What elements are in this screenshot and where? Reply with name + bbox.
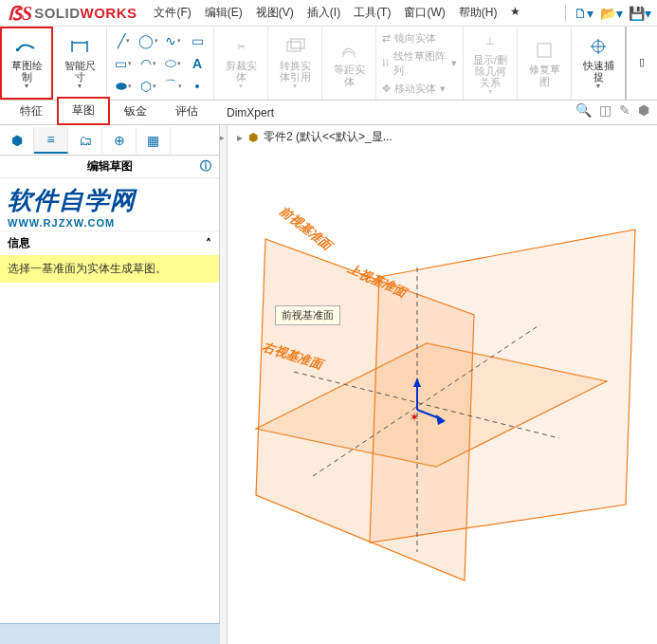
- show-relations-label: 显示/删 除几何 关系: [473, 54, 507, 88]
- spline-tool-icon[interactable]: ∿: [162, 30, 183, 51]
- panel-title: 编辑草图: [87, 158, 133, 175]
- brand-cn: 软件自学网: [8, 184, 211, 217]
- qat-save-icon[interactable]: 💾▾: [629, 3, 651, 24]
- sketch-label: 草图绘 制: [11, 60, 43, 83]
- convert-label: 转换实 体引用: [280, 60, 311, 83]
- trim-button: ✂ 剪裁实 体 ▾: [220, 35, 262, 91]
- qat-open-icon[interactable]: 📂▾: [600, 3, 623, 24]
- svg-rect-0: [16, 48, 19, 51]
- caret-icon: ▾: [25, 83, 28, 91]
- quick-access-toolbar: 🗋▾ 📂▾ 💾▾: [565, 3, 657, 24]
- smart-dimension-button[interactable]: 智能尺 寸 ▾: [59, 35, 100, 91]
- svg-rect-2: [291, 39, 304, 48]
- ribbon-draw-group: ╱ ◯ ∿ ▭ ▭ ◠ ⬭ A ⬬ ⬡ ⌒ •: [107, 27, 214, 100]
- dimension-icon: [66, 35, 93, 58]
- offset-button: 等距实 体: [328, 39, 370, 86]
- panel-tab-dimxpert-icon[interactable]: ⊕: [102, 127, 137, 154]
- fillet-tool-icon[interactable]: ⌒: [162, 76, 183, 97]
- rect-select-icon[interactable]: ▭: [187, 30, 208, 51]
- overflow-icon: ▯: [629, 51, 655, 74]
- mirror-icon: ⇄: [382, 32, 391, 45]
- move-icon: ✥: [382, 83, 391, 95]
- panel-tab-property-icon[interactable]: ≡: [34, 127, 68, 154]
- ribbon-trim-group: ✂ 剪裁实 体 ▾: [214, 27, 268, 100]
- menu-help[interactable]: 帮助(H): [459, 5, 498, 21]
- offset-label: 等距实 体: [334, 64, 365, 86]
- circle-tool-icon[interactable]: ◯: [137, 30, 158, 51]
- sketch-icon: [13, 35, 40, 58]
- brand-block: 软件自学网 WWW.RJZXW.COM: [0, 178, 219, 230]
- slot-tool-icon[interactable]: ⬬: [113, 76, 134, 97]
- ribbon: 草图绘 制 ▾ 智能尺 寸 ▾ ╱ ◯ ∿ ▭ ▭ ◠ ⬭ A ⬬ ⬡ ⌒ •: [0, 27, 657, 101]
- caret-icon: ▾: [78, 83, 82, 91]
- point-tool-icon[interactable]: •: [187, 76, 208, 97]
- ribbon-offset-group: 等距实 体: [322, 27, 376, 100]
- text-tool-icon[interactable]: A: [187, 53, 208, 74]
- caret-icon: ▾: [596, 83, 600, 91]
- svg-rect-1: [287, 42, 301, 51]
- qat-new-icon[interactable]: 🗋▾: [572, 3, 594, 24]
- panel-tab-feature-icon[interactable]: ⬢: [0, 127, 34, 154]
- collapse-icon: ˄: [206, 237, 211, 250]
- ribbon-snap-group: 快速捕 捉 ▾: [572, 27, 627, 100]
- svg-marker-7: [370, 230, 635, 543]
- ribbon-sketch-group: 草图绘 制 ▾: [0, 27, 53, 100]
- tab-dimxpert[interactable]: DimXpert: [212, 101, 288, 124]
- tab-feature[interactable]: 特征: [6, 99, 57, 124]
- move-label: 移动实体: [394, 82, 436, 96]
- info-label: 信息: [8, 235, 30, 251]
- menu-edit[interactable]: 编辑(E): [205, 5, 243, 21]
- brand-url: WWW.RJZXW.COM: [8, 217, 211, 229]
- menu-view[interactable]: 视图(V): [256, 5, 294, 21]
- trim-label: 剪裁实 体: [226, 60, 257, 83]
- menu-insert[interactable]: 插入(I): [307, 5, 340, 21]
- app-logo: ẞS SOLIDWORKS: [0, 2, 144, 25]
- planes-canvas: ✶: [228, 125, 657, 644]
- appearance-icon[interactable]: ⬢: [638, 102, 649, 118]
- view-cube-icon[interactable]: ◫: [599, 102, 611, 118]
- ellipse-tool-icon[interactable]: ⬭: [162, 53, 183, 74]
- zoom-icon[interactable]: 🔍: [575, 102, 592, 118]
- panel-tab-display-icon[interactable]: ▦: [137, 127, 171, 154]
- polygon-tool-icon[interactable]: ⬡: [137, 76, 158, 97]
- menu-file[interactable]: 文件(F): [154, 5, 191, 21]
- arc-tool-icon[interactable]: ◠: [137, 53, 158, 74]
- tab-evaluate[interactable]: 评估: [161, 99, 212, 124]
- panel-title-bar: 编辑草图 ⓘ: [0, 156, 219, 178]
- tab-sheetmetal[interactable]: 钣金: [110, 99, 161, 124]
- menu-star-icon[interactable]: ★: [510, 5, 520, 21]
- view-tools: 🔍 ◫ ✎ ⬢: [575, 102, 649, 118]
- tab-sketch[interactable]: 草图: [57, 97, 110, 125]
- caret-icon: ▾: [451, 57, 457, 69]
- qat-separator: [565, 5, 566, 22]
- help-icon[interactable]: ⓘ: [200, 158, 211, 175]
- title-bar: ẞS SOLIDWORKS 文件(F) 编辑(E) 视图(V) 插入(I) 工具…: [0, 0, 657, 27]
- scissors-icon: ✂: [228, 35, 254, 58]
- quick-snap-button[interactable]: 快速捕 捉 ▾: [577, 35, 619, 91]
- sketch-button[interactable]: 草图绘 制 ▾: [6, 35, 47, 91]
- splitter-handle[interactable]: [220, 125, 228, 644]
- rect-tool-icon[interactable]: ▭: [113, 53, 134, 74]
- line-tool-icon[interactable]: ╱: [113, 30, 134, 51]
- graphics-viewport[interactable]: ▸ ⬢ 零件2 (默认<<默认>_显... ✶ 前视基准面 上视基准面 右视基准…: [228, 125, 657, 644]
- quick-snap-label: 快速捕 捉: [583, 60, 614, 83]
- section-icon[interactable]: ✎: [619, 102, 630, 118]
- ribbon-pattern-group: ⇄ 镜向实体 ⁞⁞ 线性草图阵列 ▾ ✥ 移动实体 ▾: [376, 27, 464, 100]
- repair-button: 修复草 图: [523, 39, 565, 86]
- mirror-label: 镜向实体: [394, 31, 436, 46]
- panel-footer: [0, 623, 220, 644]
- logo-works: WORKS: [80, 5, 137, 21]
- panel-tab-config-icon[interactable]: 🗂: [68, 127, 102, 154]
- hover-tooltip: 前视基准面: [275, 305, 340, 325]
- ribbon-overflow: ▯: [627, 27, 657, 100]
- show-relations-button: ⊥ 显示/删 除几何 关系 ▾: [469, 29, 511, 97]
- menu-tools[interactable]: 工具(T): [354, 5, 391, 21]
- ribbon-repair-group: 修复草 图: [518, 27, 572, 100]
- info-section-header[interactable]: 信息 ˄: [0, 230, 219, 255]
- repair-icon: [531, 39, 557, 62]
- overflow-button[interactable]: ▯: [632, 51, 651, 76]
- command-tabbar: 特征 草图 钣金 评估 DimXpert 🔍 ◫ ✎ ⬢: [0, 101, 657, 125]
- menu-window[interactable]: 窗口(W): [404, 5, 445, 21]
- caret-icon: ▾: [440, 83, 446, 95]
- smart-dimension-label: 智能尺 寸: [64, 60, 96, 83]
